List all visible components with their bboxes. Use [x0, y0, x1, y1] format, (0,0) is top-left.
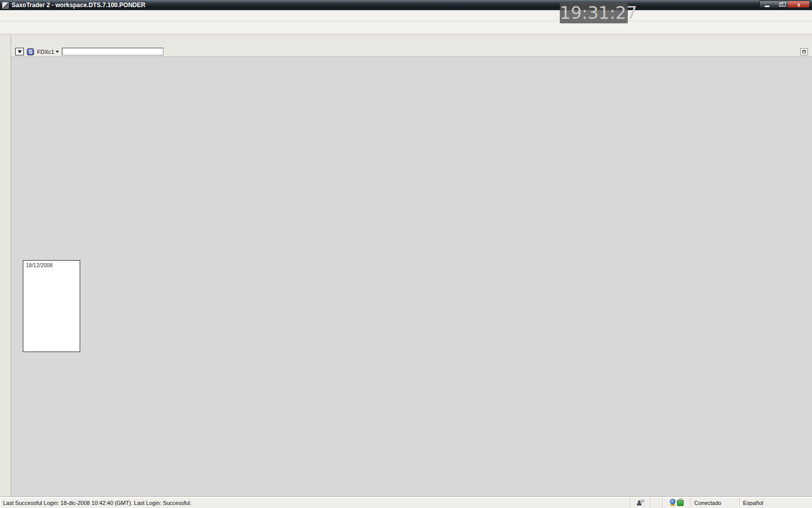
symbol-input[interactable] [62, 48, 163, 55]
app-icon [2, 2, 9, 9]
chart-tab-strip [11, 35, 812, 47]
title-bar: SaxoTrader 2 - workspace.DTS.7.100.PONDE… [0, 0, 812, 10]
spacer-cell [651, 497, 663, 508]
module-toolbar [0, 21, 812, 35]
connection-icons-cell [663, 497, 691, 508]
lock-icon [677, 500, 684, 506]
chart-canvas[interactable] [11, 57, 812, 496]
chevron-down-icon [56, 51, 59, 53]
chart-menu-dropdown[interactable] [15, 48, 24, 55]
close-button[interactable]: x [788, 1, 809, 8]
login-status: Last Successful Login: 18-dic-2008 10:42… [0, 497, 630, 508]
saxo-icon: S [27, 48, 34, 55]
menu-bar [0, 10, 812, 21]
symbol-selector[interactable]: FDXc1 [37, 49, 59, 55]
language-status: Español [740, 497, 812, 508]
chat-icon [637, 500, 644, 506]
chart-header: S FDXc1 [11, 47, 812, 57]
status-bar: Last Successful Login: 18-dic-2008 10:42… [0, 497, 812, 508]
minimize-button[interactable] [760, 1, 774, 8]
network-icon [670, 499, 675, 504]
chat-status-cell[interactable] [630, 497, 651, 508]
ohlc-tooltip: 18/12/2008 [23, 260, 80, 352]
tooltip-date: 18/12/2008 [23, 261, 80, 270]
connection-status: Conectado [691, 497, 740, 508]
restore-button[interactable] [774, 1, 788, 8]
symbol-label: FDXc1 [37, 49, 54, 55]
window-title: SaxoTrader 2 - workspace.DTS.7.100.PONDE… [12, 2, 145, 9]
window-controls: x [759, 1, 810, 8]
clock-overlay: 19:31:27 [560, 2, 628, 23]
chart-maximize-button[interactable] [800, 48, 808, 55]
sidebar [0, 35, 11, 497]
